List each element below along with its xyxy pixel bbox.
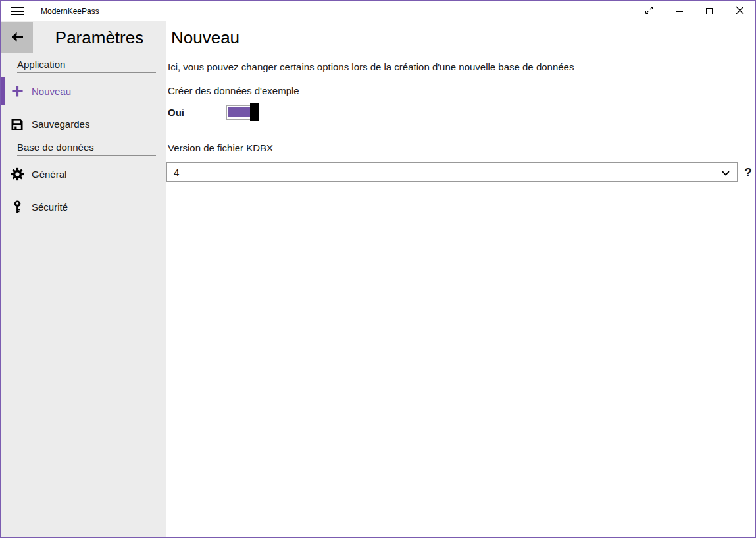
sidebar-item-label: Sécurité bbox=[32, 202, 68, 213]
selected-indicator bbox=[1, 77, 5, 105]
hamburger-icon bbox=[11, 7, 24, 16]
close-icon bbox=[736, 6, 744, 16]
titlebar-drag-area bbox=[99, 1, 634, 21]
back-button[interactable] bbox=[1, 22, 33, 53]
sample-data-toggle-row: Oui bbox=[168, 103, 257, 121]
minimize-icon bbox=[676, 11, 683, 11]
section-header-database: Base de données bbox=[17, 142, 156, 156]
sidebar-item-label: Nouveau bbox=[32, 86, 71, 97]
page-description: Ici, vous pouvez changer certains option… bbox=[168, 61, 574, 73]
window-title: ModernKeePass bbox=[41, 1, 99, 21]
sidebar-item-securite[interactable]: Sécurité bbox=[1, 192, 166, 223]
sidebar-item-label: Général bbox=[32, 169, 66, 180]
toggle-thumb[interactable] bbox=[250, 103, 259, 121]
page-title: Nouveau bbox=[171, 28, 239, 47]
key-icon bbox=[9, 200, 25, 215]
sidebar-item-general[interactable]: Général bbox=[1, 159, 166, 190]
section-header-application: Application bbox=[17, 59, 156, 73]
sidebar-item-label: Sauvegardes bbox=[32, 119, 89, 130]
app-body: Paramètres Application Nouveau bbox=[1, 21, 755, 537]
sidebar-header: Paramètres bbox=[1, 22, 166, 53]
settings-sidebar: Paramètres Application Nouveau bbox=[1, 21, 166, 537]
close-button[interactable] bbox=[724, 1, 755, 21]
sidebar-item-sauvegardes[interactable]: Sauvegardes bbox=[1, 109, 166, 140]
fullscreen-button[interactable] bbox=[634, 1, 664, 21]
kdbx-help-button[interactable]: ? bbox=[740, 163, 756, 182]
kdbx-version-select[interactable]: 4 bbox=[166, 162, 738, 182]
settings-page-nouveau: Nouveau Ici, vous pouvez changer certain… bbox=[166, 21, 755, 537]
chevron-down-icon bbox=[720, 168, 731, 181]
toggle-state-label: Oui bbox=[168, 107, 226, 118]
sample-data-label: Créer des données d'exemple bbox=[168, 85, 299, 97]
plus-icon bbox=[9, 84, 25, 99]
settings-title: Paramètres bbox=[33, 22, 166, 53]
hamburger-menu-button[interactable] bbox=[1, 1, 33, 21]
titlebar: ModernKeePass bbox=[1, 1, 755, 21]
kdbx-version-value: 4 bbox=[174, 167, 179, 178]
maximize-icon bbox=[706, 8, 713, 14]
window-controls bbox=[634, 1, 755, 21]
minimize-button[interactable] bbox=[664, 1, 694, 21]
sidebar-item-nouveau[interactable]: Nouveau bbox=[1, 76, 166, 107]
back-arrow-icon bbox=[9, 29, 25, 47]
kdbx-version-label: Version de fichier KDBX bbox=[168, 142, 273, 154]
app-window: ModernKeePass bbox=[0, 0, 756, 538]
gear-icon bbox=[9, 167, 25, 182]
maximize-button[interactable] bbox=[694, 1, 724, 21]
fullscreen-icon bbox=[644, 5, 654, 17]
save-icon bbox=[9, 117, 25, 132]
sample-data-toggle[interactable] bbox=[226, 105, 257, 120]
